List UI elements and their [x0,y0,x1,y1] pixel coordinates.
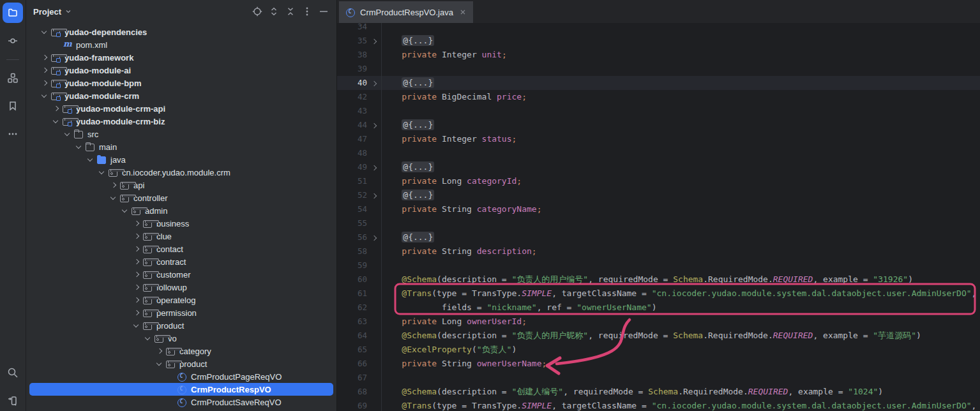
chevron-down-icon[interactable] [64,8,72,15]
line-number: 55 [337,216,367,230]
chevron-collapsed-icon[interactable] [39,64,50,77]
chevron-collapsed-icon[interactable] [131,268,142,281]
chevron-spacer [165,383,177,396]
code-line-40: 40 @{...} [337,76,980,90]
editor-tab-active[interactable]: CrmProductRespVO.java [339,1,473,23]
options-kebab-icon[interactable] [302,6,312,17]
fold-arrow-icon[interactable] [367,230,382,244]
code-line-48: 48 [337,146,980,160]
code-text: @Schema(description = "创建人编号", requiredM… [382,385,980,399]
code-line-51: 51 private Long categoryId; [337,174,980,188]
structure-icon[interactable] [3,68,23,88]
chevron-expanded-icon[interactable] [73,140,85,153]
tree-item-crmproductrespvo[interactable]: CrmProductRespVO [29,383,333,396]
chevron-expanded-icon[interactable] [131,319,142,332]
chevron-collapsed-icon[interactable] [108,179,119,191]
chevron-expanded-icon[interactable] [108,191,119,204]
chevron-collapsed-icon[interactable] [131,306,142,319]
chevron-collapsed-icon[interactable] [39,77,50,89]
tree-item-pom-xml[interactable]: pom.xml [29,38,333,51]
tree-item-operatelog[interactable]: operatelog [29,294,333,306]
line-number: 47 [337,132,367,146]
code-editor[interactable]: 3435 @{...}38 private Integer unit;3940 … [337,23,980,411]
chevron-collapsed-icon[interactable] [131,255,142,268]
tree-item-main[interactable]: main [29,140,333,153]
tree-item-product[interactable]: product [29,319,333,332]
chevron-collapsed-icon[interactable] [131,230,142,243]
fold-arrow-icon[interactable] [367,118,382,132]
chevron-expanded-icon[interactable] [39,89,50,102]
chevron-collapsed-icon[interactable] [154,345,165,357]
chevron-collapsed-icon[interactable] [131,281,142,294]
line-number: 35 [337,34,367,48]
code-text: @{...} [382,230,980,244]
code-text [382,104,980,118]
tree-item-java[interactable]: java [29,153,333,166]
editor-tab-bar: CrmProductRespVO.java [337,0,980,23]
tree-item-label: operatelog [156,295,195,305]
tree-item-category[interactable]: category [29,345,333,357]
fold-arrow-icon[interactable] [367,160,382,174]
chevron-expanded-icon[interactable] [119,204,131,217]
collapse-all-icon[interactable] [285,6,296,17]
tree-item-vo[interactable]: vo [29,332,333,345]
chevron-expanded-icon[interactable] [50,115,62,128]
tree-item-clue[interactable]: clue [29,230,333,243]
tree-item-crmproductpagereqvo[interactable]: CrmProductPageReqVO [29,370,333,383]
tree-item-crmproductsavereqvo[interactable]: CrmProductSaveReqVO [29,396,333,408]
chevron-expanded-icon[interactable] [85,153,96,166]
search-icon[interactable] [3,362,23,383]
tree-item-customer[interactable]: customer [29,268,333,281]
tree-item-admin[interactable]: admin [29,204,333,217]
fold-arrow-icon[interactable] [367,34,382,48]
project-icon[interactable] [3,3,23,23]
tree-item-yudao-framework[interactable]: yudao-framework [29,51,333,64]
fold-arrow-icon[interactable] [367,76,382,90]
tree-item-yudao-module-crm-biz[interactable]: yudao-module-crm-biz [29,115,333,128]
tree-item-yudao-module-bpm[interactable]: yudao-module-bpm [29,77,333,89]
tree-item-cn-iocoder-yudao-module-crm[interactable]: cn.iocoder.yudao.module.crm [29,166,333,179]
tree-item-product[interactable]: product [29,357,333,370]
tree-item-yudao-module-crm-api[interactable]: yudao-module-crm-api [29,102,333,115]
tree-item-contact[interactable]: contact [29,243,333,255]
tree-item-label: java [110,155,126,165]
close-icon[interactable] [459,8,467,16]
commit-icon[interactable] [3,31,23,51]
fold-arrow-icon[interactable] [367,188,382,202]
chevron-expanded-icon[interactable] [62,128,73,140]
chevron-collapsed-icon[interactable] [131,243,142,255]
line-number: 66 [337,357,367,371]
code-text [382,258,980,273]
tree-item-yudao-module-ai[interactable]: yudao-module-ai [29,64,333,77]
hide-panel-icon[interactable] [319,6,329,17]
locate-file-icon[interactable] [252,6,262,17]
chevron-expanded-icon[interactable] [154,357,165,370]
tree-item-controller[interactable]: controller [29,191,333,204]
project-panel-title[interactable]: Project [33,7,61,17]
tree-item-yudao-module-crm[interactable]: yudao-module-crm [29,89,333,102]
gutter-spacer [367,329,382,343]
chevron-collapsed-icon[interactable] [131,294,142,306]
expand-all-icon[interactable] [269,6,279,17]
tree-item-src[interactable]: src [29,128,333,140]
module-icon [50,52,61,63]
tree-item-business[interactable]: business [29,217,333,230]
chevron-expanded-icon[interactable] [39,26,50,38]
line-number: 54 [337,202,367,216]
more-tools-icon[interactable] [3,124,23,144]
chevron-expanded-icon[interactable] [96,166,108,179]
bookmarks-icon[interactable] [3,96,23,116]
exit-door-icon[interactable] [3,391,23,411]
chevron-collapsed-icon[interactable] [50,102,62,115]
chevron-collapsed-icon[interactable] [39,51,50,64]
tree-item-permission[interactable]: permission [29,306,333,319]
chevron-collapsed-icon[interactable] [131,217,142,230]
tree-item-blank[interactable] [29,408,333,411]
package-icon [142,244,153,254]
tree-item-yudao-dependencies[interactable]: yudao-dependencies [29,26,333,38]
code-text: @Trans(type = TransType.SIMPLE, targetCl… [382,287,980,301]
chevron-expanded-icon[interactable] [142,332,154,345]
tree-item-api[interactable]: api [29,179,333,191]
tree-item-followup[interactable]: followup [29,281,333,294]
tree-item-contract[interactable]: contract [29,255,333,268]
